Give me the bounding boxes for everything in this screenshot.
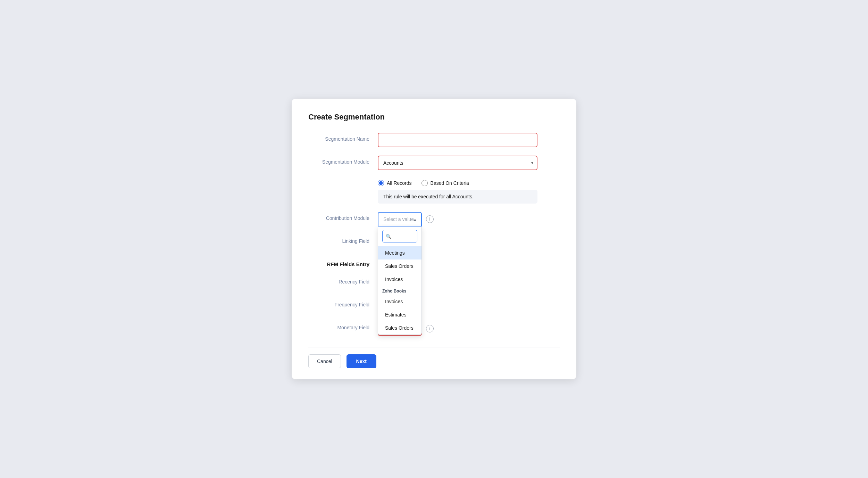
chevron-up-icon: ▴ xyxy=(414,217,416,222)
monetary-info-icon[interactable]: i xyxy=(426,325,434,332)
radio-all-records-text: All Records xyxy=(387,180,412,186)
segmentation-module-row: Segmentation Module Accounts Contacts Le… xyxy=(308,156,560,170)
recency-field-row: Recency Field ▾ i xyxy=(308,275,560,290)
segmentation-name-label: Segmentation Name xyxy=(308,133,378,142)
info-text: This rule will be executed for all Accou… xyxy=(383,194,474,199)
contribution-module-row: Contribution Module Select a value ▴ Mee… xyxy=(308,212,560,226)
radio-wrap: All Records Based On Criteria This rule … xyxy=(378,179,560,204)
segmentation-name-wrap xyxy=(378,133,560,147)
radio-based-on-criteria-label[interactable]: Based On Criteria xyxy=(422,180,469,186)
contribution-module-wrap: Select a value ▴ Meetings Sales Orders I… xyxy=(378,212,560,226)
frequency-field-row: Frequency Field ▾ i xyxy=(308,298,560,313)
contribution-module-label: Contribution Module xyxy=(308,212,378,221)
radio-based-on-criteria-text: Based On Criteria xyxy=(431,180,469,186)
dropdown-search-area xyxy=(378,226,422,246)
linking-field-label: Linking Field xyxy=(308,235,378,244)
rfm-fields-label: RFM Fields Entry xyxy=(308,258,378,267)
frequency-field-label: Frequency Field xyxy=(308,298,378,307)
contribution-module-trigger[interactable]: Select a value ▴ xyxy=(378,212,422,226)
linking-field-row: Linking Field ▾ i xyxy=(308,235,560,249)
dropdown-group-zoho-books: Zoho Books xyxy=(378,286,422,295)
info-box: This rule will be executed for all Accou… xyxy=(378,190,537,204)
radio-based-on-criteria[interactable] xyxy=(422,180,428,186)
rfm-header-row: RFM Fields Entry xyxy=(308,258,560,267)
segmentation-name-input[interactable] xyxy=(378,133,537,147)
search-icon-wrap xyxy=(382,230,417,242)
monetary-field-row: Monetary Field Select a value ▾ i xyxy=(308,321,560,336)
dropdown-item-sales-orders[interactable]: Sales Orders xyxy=(378,259,422,273)
segmentation-module-wrap: Accounts Contacts Leads ▾ xyxy=(378,156,560,170)
recency-field-label: Recency Field xyxy=(308,275,378,285)
radio-row: All Records Based On Criteria This rule … xyxy=(308,179,560,204)
dropdown-item-meetings[interactable]: Meetings xyxy=(378,246,422,259)
footer: Cancel Next xyxy=(308,347,560,368)
dropdown-item-zohobooks-invoices[interactable]: Invoices xyxy=(378,295,422,308)
dropdown-item-estimates[interactable]: Estimates xyxy=(378,308,422,321)
contribution-module-placeholder: Select a value xyxy=(383,216,414,222)
segmentation-name-row: Segmentation Name xyxy=(308,133,560,147)
contribution-search-input[interactable] xyxy=(382,230,417,242)
contribution-info-icon[interactable]: i xyxy=(426,215,434,223)
dropdown-item-invoices[interactable]: Invoices xyxy=(378,273,422,286)
segmentation-module-select-wrapper: Accounts Contacts Leads ▾ xyxy=(378,156,537,170)
contribution-dropdown-wrap: Select a value ▴ Meetings Sales Orders I… xyxy=(378,212,422,226)
next-button[interactable]: Next xyxy=(347,354,376,368)
cancel-button[interactable]: Cancel xyxy=(308,354,341,368)
radio-group: All Records Based On Criteria xyxy=(378,179,560,186)
segmentation-module-label: Segmentation Module xyxy=(308,156,378,165)
dropdown-items-list: Meetings Sales Orders Invoices Zoho Book… xyxy=(378,246,422,335)
dropdown-item-zohobooks-salesorders[interactable]: Sales Orders xyxy=(378,321,422,335)
monetary-field-label: Monetary Field xyxy=(308,321,378,330)
contribution-dropdown-panel: Meetings Sales Orders Invoices Zoho Book… xyxy=(378,226,422,335)
create-segmentation-modal: Create Segmentation Segmentation Name Se… xyxy=(292,99,576,379)
radio-all-records[interactable] xyxy=(378,180,384,186)
page-title: Create Segmentation xyxy=(308,113,560,122)
radio-all-records-label[interactable]: All Records xyxy=(378,180,412,186)
segmentation-module-select[interactable]: Accounts Contacts Leads xyxy=(378,156,537,170)
